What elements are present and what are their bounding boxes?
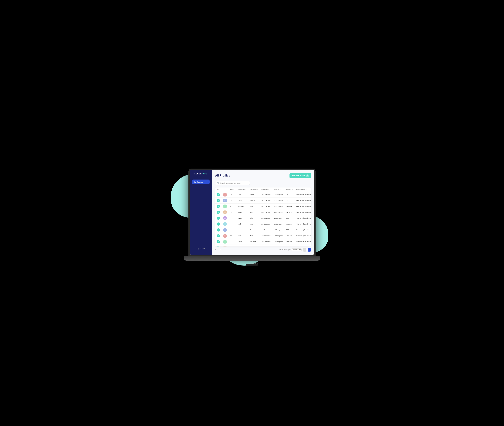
- edit-button-3[interactable]: ✎: [217, 211, 220, 214]
- cell-avatar-2: J: [221, 203, 228, 209]
- edit-button-6[interactable]: ✎: [217, 228, 220, 232]
- rows-per-page-label: Rows Per Page:: [279, 249, 291, 251]
- cell-title-7: Dr.: [228, 233, 236, 239]
- logo-lemon: LEMON: [194, 173, 202, 175]
- table-body: ✎ A Dr. Anna Loezer AC Company AC Compan…: [215, 192, 311, 247]
- cell-company-8: AC Company: [260, 239, 272, 245]
- logout-icon: ⊣: [197, 248, 199, 250]
- cell-edit-8: ✎: [215, 239, 221, 245]
- sort-icon-firstname: ⇅: [245, 189, 246, 190]
- profiles-table-wrapper: Edit Title⇅ First Name⇅ Last Name⇅ Compa…: [215, 187, 311, 247]
- col-email: Email-Adress⇅: [294, 187, 311, 192]
- cell-pos2-6: CEO: [284, 227, 294, 233]
- edit-button-4[interactable]: ✎: [217, 217, 220, 220]
- cell-lastname-9: Wagner: [248, 245, 260, 247]
- cell-company-5: AC Company: [260, 221, 272, 227]
- next-page-button[interactable]: ›: [308, 248, 311, 252]
- cell-title-4: -: [228, 215, 236, 221]
- cell-lastname-0: Loezer: [248, 192, 260, 198]
- cell-edit-9: ✎: [215, 245, 221, 247]
- cell-title-5: -: [228, 221, 236, 227]
- cell-lastname-6: Hertz: [248, 227, 260, 233]
- edit-button-1[interactable]: ✎: [217, 199, 220, 202]
- col-first-name: First Name⇅: [236, 187, 248, 192]
- cell-avatar-3: B: [221, 209, 228, 215]
- cell-firstname-6: Lucas: [236, 227, 248, 233]
- table-row: ✎ F - Florian Schwartz AC Company AC Com…: [215, 239, 311, 245]
- cell-pos2-5: Manager: [284, 221, 294, 227]
- avatar-6: L: [223, 228, 227, 232]
- prev-page-button[interactable]: ‹: [303, 248, 306, 252]
- laptop-screen: LEMONTAPS 🗂 Profiles ⊣ Logout All Profil…: [190, 170, 314, 255]
- cell-avatar-5: S: [221, 221, 228, 227]
- rows-per-page-select[interactable]: 10 Row 25 Row 50 Row: [291, 248, 302, 251]
- rows-per-page: Rows Per Page: 10 Row 25 Row 50 Row: [279, 248, 302, 251]
- cell-avatar-6: L: [221, 227, 228, 233]
- table-row: ✎ J - Jan Fruen Anna AC Company AC Compa…: [215, 203, 311, 209]
- cell-pos1-6: AC Company: [272, 227, 284, 233]
- macbook-label: MacBook Pro: [246, 263, 258, 264]
- avatar-2: J: [223, 205, 227, 208]
- edit-button-2[interactable]: ✎: [217, 205, 220, 208]
- cell-firstname-5: Sophie: [236, 221, 248, 227]
- cell-title-1: Dr.: [228, 198, 236, 203]
- sort-icon-title: ⇅: [233, 189, 234, 190]
- cell-lastname-8: Schwartz: [248, 239, 260, 245]
- avatar-8: F: [223, 240, 227, 244]
- avatar-0: A: [223, 193, 227, 197]
- col-title: Title⇅: [228, 187, 236, 192]
- cell-email-9: Aloerzero@Gmail.Com: [294, 245, 311, 247]
- table-row: ✎ L - Lucas Hertz AC Company AC Company …: [215, 227, 311, 233]
- cell-company-4: AC Company: [260, 215, 272, 221]
- cell-firstname-7: Karin: [236, 233, 248, 239]
- sort-icon-pos2: ⇅: [292, 189, 293, 190]
- cell-email-6: Aloerzero@Gmail.Com: [294, 227, 311, 233]
- search-input[interactable]: [220, 182, 248, 184]
- table-row: ✎ A Dr. Anna Loezer AC Company AC Compan…: [215, 192, 311, 198]
- cell-edit-0: ✎: [215, 192, 221, 198]
- col-edit: Edit: [215, 187, 221, 192]
- add-new-profile-button[interactable]: Add New Profile +: [290, 173, 311, 178]
- cell-pos1-1: AC Company: [272, 198, 284, 203]
- cell-title-2: -: [228, 203, 236, 209]
- sidebar-item-profiles[interactable]: 🗂 Profiles: [192, 179, 210, 184]
- cell-edit-5: ✎: [215, 221, 221, 227]
- cell-lastname-4: Kuhn: [248, 215, 260, 221]
- sort-icon-pos1: ⇅: [279, 189, 281, 190]
- cell-edit-6: ✎: [215, 227, 221, 233]
- col-position1: Position⇅: [272, 187, 284, 192]
- cell-pos2-3: Technician: [284, 209, 294, 215]
- cell-email-3: Aloerzero@Gmail.Com: [294, 209, 311, 215]
- cell-edit-2: ✎: [215, 203, 221, 209]
- edit-button-9[interactable]: ✎: [217, 246, 220, 247]
- cell-company-7: AC Company: [260, 233, 272, 239]
- table-row: ✎ K Dr. Karin Roth AC Company AC Company…: [215, 233, 311, 239]
- edit-button-0[interactable]: ✎: [217, 193, 220, 196]
- cell-email-7: Aloerzero@Gmail.Com: [294, 233, 311, 239]
- pagination-info: 1 - 1 OF 1: [215, 249, 222, 251]
- sort-icon-company: ⇅: [268, 189, 269, 190]
- cell-lastname-5: Jung: [248, 221, 260, 227]
- cell-title-0: Dr.: [228, 192, 236, 198]
- edit-button-5[interactable]: ✎: [217, 222, 220, 226]
- laptop-notch: [246, 264, 258, 266]
- cell-avatar-1: K: [221, 198, 228, 203]
- cell-pos2-1: CTO: [284, 198, 294, 203]
- cell-pos1-4: AC Company: [272, 215, 284, 221]
- sort-icon-email: ⇅: [305, 189, 307, 190]
- edit-button-8[interactable]: ✎: [217, 240, 220, 243]
- cell-avatar-8: F: [221, 239, 228, 245]
- cell-email-1: Aloerzero@Gmail.Com: [294, 198, 311, 203]
- cell-pos1-7: AC Company: [272, 233, 284, 239]
- table-row: ✎ M - Marina Wagner AC Company AC Compan…: [215, 245, 311, 247]
- logo-taps: TAPS: [202, 173, 207, 175]
- profiles-table: Edit Title⇅ First Name⇅ Last Name⇅ Compa…: [215, 187, 311, 247]
- cell-title-3: Dr.: [228, 209, 236, 215]
- app-logo: LEMONTAPS: [194, 173, 207, 175]
- sort-icon-lastname: ⇅: [257, 189, 258, 190]
- sidebar: LEMONTAPS 🗂 Profiles ⊣ Logout: [190, 170, 212, 255]
- logout-label: Logout: [200, 248, 205, 250]
- edit-button-7[interactable]: ✎: [217, 234, 220, 237]
- logout-button[interactable]: ⊣ Logout: [197, 248, 205, 252]
- cell-edit-7: ✎: [215, 233, 221, 239]
